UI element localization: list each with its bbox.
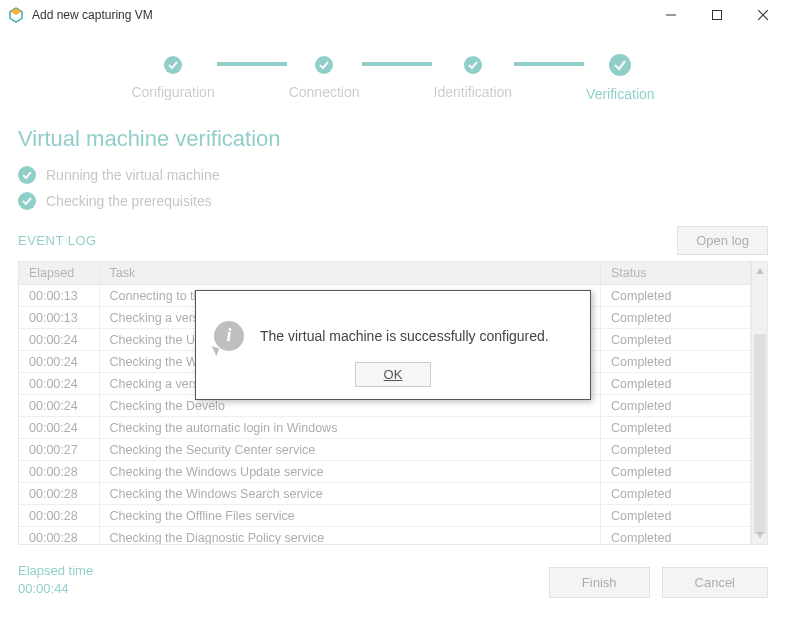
close-button[interactable]: [740, 0, 786, 30]
dialog-message: The virtual machine is successfully conf…: [260, 328, 549, 344]
minimize-button[interactable]: [648, 0, 694, 30]
maximize-button[interactable]: [694, 0, 740, 30]
app-logo: [8, 7, 24, 23]
svg-rect-3: [713, 11, 722, 20]
titlebar: Add new capturing VM: [0, 0, 786, 30]
ok-button-label: OK: [384, 367, 403, 382]
info-icon: i: [214, 321, 244, 351]
svg-marker-1: [10, 8, 22, 15]
window-controls: [648, 0, 786, 30]
success-dialog: i The virtual machine is successfully co…: [195, 290, 591, 400]
window-title: Add new capturing VM: [32, 8, 648, 22]
ok-button[interactable]: OK: [355, 362, 432, 387]
